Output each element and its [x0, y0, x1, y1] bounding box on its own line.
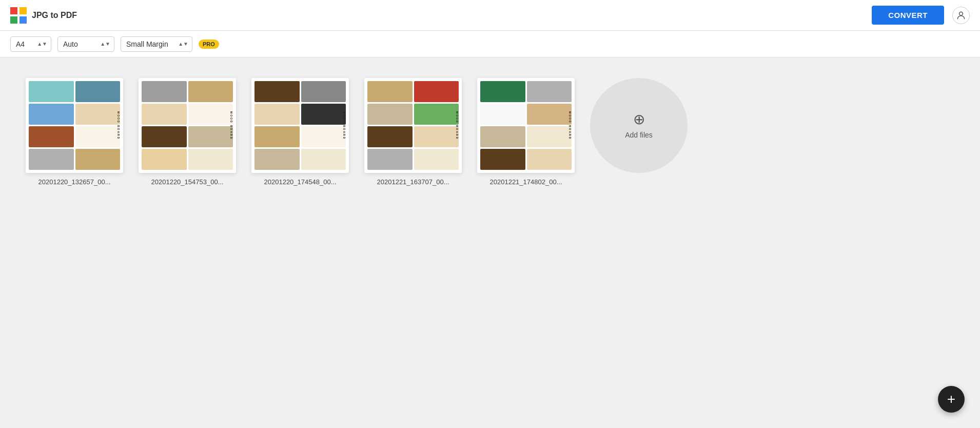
thumb-text-5: MOOD BOARD	[566, 78, 574, 173]
convert-button[interactable]: CONVERT	[872, 6, 944, 25]
files-grid: MOOD BOARD 20201220_132657_00...	[26, 78, 954, 186]
file-item[interactable]: MOOD BOARD 20201221_174802_00...	[477, 78, 575, 186]
file-label-3: 20201220_174548_00...	[264, 178, 337, 186]
thumb-text-4: MOOD BOARD	[454, 78, 461, 173]
svg-rect-3	[19, 16, 27, 24]
logo-area: JPG to PDF	[10, 7, 872, 24]
thumb-text-1: MOOD BOARD	[115, 78, 122, 173]
file-item[interactable]: MOOD BOARD 20201220_174548_00...	[251, 78, 349, 186]
file-thumbnail-1: MOOD BOARD	[26, 78, 123, 173]
thumb-inner-2: MOOD BOARD	[139, 78, 236, 173]
margin-select[interactable]: Small Margin No Margin Big Margin	[121, 36, 192, 52]
header-right: CONVERT	[872, 6, 970, 25]
file-item[interactable]: MOOD BOARD 20201221_163707_00...	[364, 78, 462, 186]
file-thumbnail-3: MOOD BOARD	[251, 78, 349, 173]
app-title: JPG to PDF	[32, 11, 77, 20]
fab-plus-icon: +	[947, 391, 955, 407]
file-thumbnail-4: MOOD BOARD	[364, 78, 462, 173]
file-label-5: 20201221_174802_00...	[490, 178, 562, 186]
file-thumbnail-2: MOOD BOARD	[139, 78, 236, 173]
thumb-inner-1: MOOD BOARD	[26, 78, 123, 173]
add-files-label: Add files	[625, 131, 653, 139]
fab-add-button[interactable]: +	[938, 386, 965, 413]
app-header: JPG to PDF CONVERT	[0, 0, 980, 31]
file-label-4: 20201221_163707_00...	[377, 178, 449, 186]
margin-wrapper: Small Margin No Margin Big Margin ▲▼	[121, 36, 192, 52]
svg-rect-2	[10, 16, 17, 24]
file-thumbnail-5: MOOD BOARD	[477, 78, 575, 173]
file-item[interactable]: MOOD BOARD 20201220_154753_00...	[139, 78, 236, 186]
svg-point-4	[959, 12, 963, 15]
toolbar: A4 A3 Letter Legal ▲▼ Auto Portrait Land…	[0, 31, 980, 57]
svg-rect-1	[19, 7, 27, 14]
add-files-plus-icon: ⊕	[633, 112, 645, 127]
orientation-wrapper: Auto Portrait Landscape ▲▼	[57, 36, 114, 52]
add-files-button[interactable]: ⊕ Add files	[590, 78, 688, 173]
svg-rect-0	[10, 7, 17, 14]
file-item[interactable]: MOOD BOARD 20201220_132657_00...	[26, 78, 123, 186]
app-logo	[10, 7, 27, 24]
pro-badge: PRO	[199, 40, 219, 49]
page-size-wrapper: A4 A3 Letter Legal ▲▼	[10, 36, 51, 52]
file-label-1: 20201220_132657_00...	[38, 178, 111, 186]
main-content: MOOD BOARD 20201220_132657_00...	[0, 57, 980, 428]
thumb-text-3: MOOD BOARD	[341, 78, 348, 173]
thumb-text-2: MOOD BOARD	[228, 78, 235, 173]
thumb-inner-4: MOOD BOARD	[364, 78, 462, 173]
page-size-select[interactable]: A4 A3 Letter Legal	[10, 36, 51, 52]
orientation-select[interactable]: Auto Portrait Landscape	[57, 36, 114, 52]
thumb-inner-3: MOOD BOARD	[251, 78, 349, 173]
add-files-container: ⊕ Add files	[590, 78, 688, 173]
thumb-inner-5: MOOD BOARD	[477, 78, 575, 173]
file-label-2: 20201220_154753_00...	[151, 178, 224, 186]
user-avatar[interactable]	[952, 7, 970, 24]
